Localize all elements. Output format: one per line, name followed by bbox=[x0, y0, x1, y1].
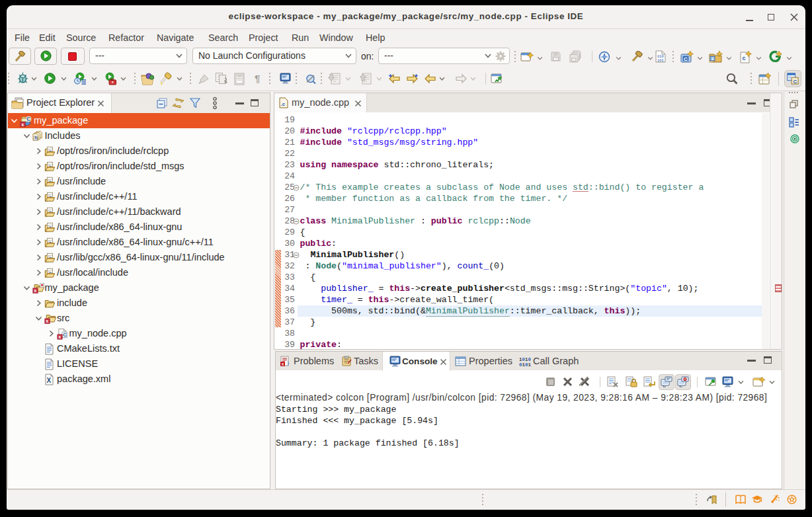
svg-text:c: c bbox=[711, 56, 714, 61]
svg-text:C: C bbox=[793, 79, 797, 85]
svg-text:0101: 0101 bbox=[519, 362, 531, 367]
svg-text:x: x bbox=[21, 122, 24, 128]
svg-text:x: x bbox=[34, 288, 36, 294]
svg-text:X: X bbox=[47, 377, 52, 384]
svg-text:h: h bbox=[34, 136, 37, 140]
svg-text:C: C bbox=[26, 116, 31, 123]
svg-text:101: 101 bbox=[657, 58, 665, 63]
svg-text:c: c bbox=[743, 55, 746, 61]
svg-text:.c: .c bbox=[281, 101, 286, 107]
svg-text:C: C bbox=[684, 56, 688, 62]
svg-text:C: C bbox=[63, 332, 67, 338]
svg-text:x: x bbox=[282, 362, 284, 366]
svg-text:x: x bbox=[46, 318, 48, 324]
svg-text:x: x bbox=[58, 335, 61, 340]
